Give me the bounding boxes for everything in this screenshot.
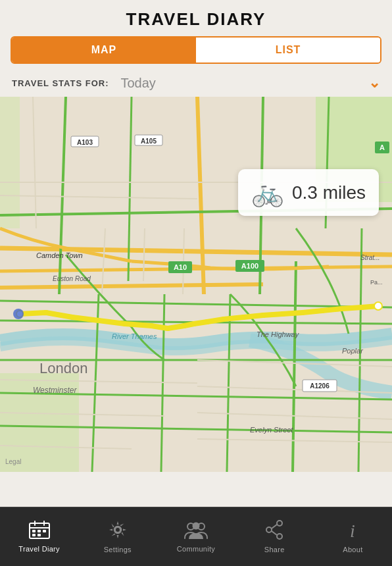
svg-text:A100: A100 bbox=[241, 262, 258, 270]
nav-about[interactable]: i About bbox=[314, 520, 392, 553]
nav-community-label: Community bbox=[177, 545, 215, 553]
info-icon: i bbox=[344, 520, 361, 543]
stats-dropdown-chevron[interactable]: ⌄ bbox=[368, 74, 380, 91]
nav-travel-diary[interactable]: Travel Diary bbox=[0, 521, 78, 553]
map-view[interactable]: A103 A105 A10 A100 A A1206 Camden Town E… bbox=[0, 97, 392, 472]
svg-text:A1206: A1206 bbox=[310, 382, 330, 390]
svg-text:Legal: Legal bbox=[5, 458, 21, 465]
distance-popup: 🚲 0.3 miles bbox=[238, 169, 379, 216]
svg-text:Camden Town: Camden Town bbox=[36, 251, 83, 259]
svg-rect-84 bbox=[43, 530, 46, 532]
svg-point-40 bbox=[122, 321, 128, 326]
share-icon bbox=[265, 520, 283, 543]
svg-text:A: A bbox=[380, 143, 385, 151]
map-svg: A103 A105 A10 A100 A A1206 Camden Town E… bbox=[0, 97, 392, 472]
svg-point-47 bbox=[241, 315, 246, 320]
nav-share-label: Share bbox=[264, 546, 285, 553]
svg-point-50 bbox=[300, 310, 305, 315]
tab-list[interactable]: LIST bbox=[196, 38, 380, 63]
svg-point-92 bbox=[277, 521, 282, 526]
app-title: TRAVEL DIARY bbox=[0, 9, 392, 30]
svg-text:River Thames: River Thames bbox=[112, 332, 157, 340]
svg-point-93 bbox=[277, 534, 282, 539]
svg-point-48 bbox=[260, 313, 266, 318]
nav-settings[interactable]: Settings bbox=[78, 520, 157, 553]
svg-point-43 bbox=[182, 323, 187, 328]
svg-point-46 bbox=[221, 317, 226, 322]
svg-text:The Highway: The Highway bbox=[257, 330, 300, 338]
svg-rect-82 bbox=[32, 530, 36, 532]
nav-community[interactable]: Community bbox=[157, 521, 235, 553]
svg-text:Poplar: Poplar bbox=[342, 347, 364, 355]
view-tabs: MAP LIST bbox=[11, 36, 381, 64]
svg-text:Euston Road: Euston Road bbox=[53, 275, 91, 282]
bottom-navigation: Travel Diary Settings bbox=[0, 507, 392, 566]
svg-text:A10: A10 bbox=[174, 263, 187, 271]
svg-rect-83 bbox=[37, 530, 41, 532]
svg-point-54 bbox=[13, 309, 24, 319]
svg-text:Evelyn Street: Evelyn Street bbox=[250, 426, 293, 434]
svg-point-94 bbox=[266, 527, 272, 532]
svg-point-51 bbox=[320, 308, 325, 313]
svg-line-95 bbox=[272, 525, 277, 528]
calendar-icon bbox=[29, 521, 50, 542]
svg-line-96 bbox=[272, 531, 277, 535]
svg-text:i: i bbox=[351, 521, 356, 540]
svg-rect-85 bbox=[32, 534, 36, 536]
bicycle-icon: 🚲 bbox=[251, 177, 284, 208]
stats-bar: TRAVEL STATS FOR: Today ⌄ bbox=[0, 70, 392, 97]
svg-text:A105: A105 bbox=[141, 138, 157, 145]
svg-point-42 bbox=[165, 326, 170, 331]
svg-point-53 bbox=[374, 302, 382, 310]
stats-period: Today bbox=[120, 76, 368, 91]
svg-point-91 bbox=[193, 523, 200, 530]
nav-settings-label: Settings bbox=[104, 546, 132, 553]
nav-travel-diary-label: Travel Diary bbox=[18, 545, 59, 553]
svg-point-37 bbox=[43, 310, 49, 315]
svg-text:Pa...: Pa... bbox=[370, 279, 383, 286]
svg-text:A103: A103 bbox=[77, 139, 93, 146]
svg-point-44 bbox=[191, 321, 197, 326]
svg-rect-86 bbox=[37, 534, 41, 536]
gear-icon bbox=[108, 520, 128, 543]
svg-point-52 bbox=[359, 305, 364, 310]
stats-label: TRAVEL STATS FOR: bbox=[12, 78, 109, 88]
svg-point-39 bbox=[96, 318, 101, 323]
svg-point-45 bbox=[205, 319, 210, 324]
svg-point-88 bbox=[115, 527, 120, 532]
distance-value: 0.3 miles bbox=[292, 182, 366, 203]
svg-point-49 bbox=[280, 311, 285, 317]
svg-text:London: London bbox=[39, 360, 87, 376]
nav-share[interactable]: Share bbox=[235, 520, 314, 553]
svg-rect-2 bbox=[0, 97, 20, 228]
svg-text:Strat...: Strat... bbox=[360, 254, 380, 261]
app-header: TRAVEL DIARY bbox=[0, 0, 392, 36]
tab-map[interactable]: MAP bbox=[12, 38, 196, 63]
nav-about-label: About bbox=[343, 546, 362, 553]
community-icon bbox=[184, 521, 208, 542]
svg-point-41 bbox=[149, 323, 154, 328]
svg-point-38 bbox=[70, 315, 75, 320]
svg-text:Westminster: Westminster bbox=[33, 386, 77, 395]
